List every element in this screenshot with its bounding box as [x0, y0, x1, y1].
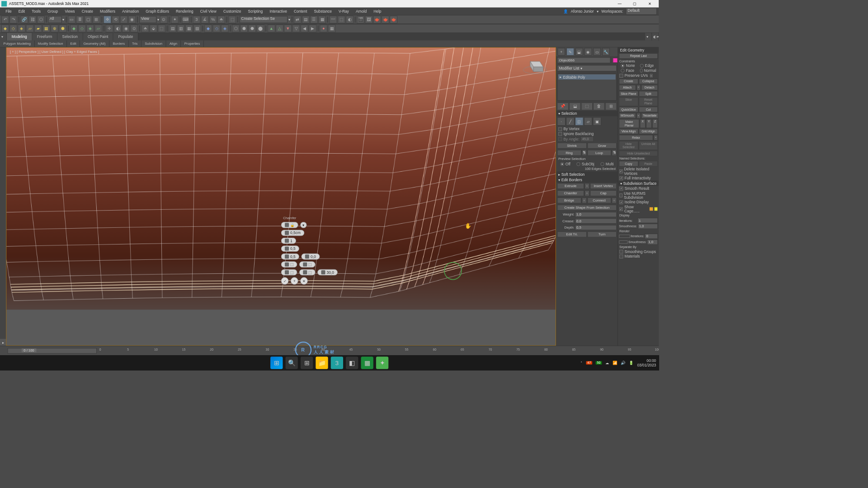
view-align-button[interactable]: View Align	[619, 129, 638, 134]
select-move-button[interactable]: ✥	[104, 16, 111, 23]
tool-32-icon[interactable]: △	[276, 25, 283, 33]
link-button[interactable]: 🔗	[21, 16, 28, 23]
tool-14-icon[interactable]: ◐	[114, 25, 122, 33]
menu-content[interactable]: Content	[290, 8, 310, 15]
select-by-name-button[interactable]: ≣	[76, 16, 84, 23]
create-tab-icon[interactable]: +	[557, 48, 565, 56]
snap-vertex-icon[interactable]: ◆	[1, 25, 9, 33]
modify-tab-icon[interactable]: ✎	[566, 48, 574, 56]
chamfer-settings-button[interactable]: ▫	[585, 190, 590, 196]
preserve-uvs-checkbox[interactable]: Preserve UVs ▫	[618, 73, 659, 78]
toggle-ribbon-button[interactable]: ▦	[318, 16, 326, 23]
ribbon-chevron-icon[interactable]: ▾	[645, 33, 652, 41]
viewport-canvas[interactable]	[6, 48, 555, 346]
maximize-button[interactable]: ▢	[627, 0, 642, 8]
caddy-depth-field[interactable]: 0,5	[281, 253, 299, 260]
menu-graph-editors[interactable]: Graph Editors	[142, 8, 173, 15]
separate-smoothing-checkbox[interactable]: Smoothing Groups	[618, 249, 659, 254]
weight-spinner[interactable]: 1,0	[575, 212, 617, 217]
caddy-ok-button[interactable]: ✓	[281, 277, 289, 285]
hierarchy-tab-icon[interactable]: ⬓	[576, 48, 583, 56]
keyboard-shortcut-button[interactable]: ⌨	[182, 16, 189, 23]
tray-volume-icon[interactable]: 🔊	[621, 361, 626, 365]
constraint-face-radio[interactable]: Face	[619, 68, 638, 73]
by-vertex-checkbox[interactable]: By Vertex	[556, 127, 618, 131]
render-iterative-button[interactable]: 🫖	[382, 16, 389, 23]
preview-off-radio[interactable]: Off	[558, 161, 572, 166]
ribbon-tab-selection[interactable]: Selection	[57, 33, 83, 41]
mirror-button[interactable]: ⇄	[294, 16, 302, 23]
ribbon-sub-tris[interactable]: Tris	[128, 41, 141, 47]
unlink-button[interactable]: ⛓	[29, 16, 37, 23]
tool-27-icon[interactable]: ⬡	[232, 25, 240, 33]
constraint-edge-radio[interactable]: Edge	[638, 63, 657, 68]
tool-33-icon[interactable]: ▼	[284, 25, 292, 33]
menu-interactive[interactable]: Interactive	[266, 8, 291, 15]
separate-materials-checkbox[interactable]: Materials	[618, 254, 659, 259]
rendered-frame-button[interactable]: 🖼	[365, 16, 373, 23]
snap-edge-icon[interactable]: ▱	[26, 25, 34, 33]
tessellate-button[interactable]: Tessellate	[641, 113, 658, 118]
vertex-subobj-button[interactable]: ·	[557, 117, 566, 126]
menu-civil-view[interactable]: Civil View	[197, 8, 220, 15]
shrink-button[interactable]: Shrink	[557, 143, 587, 149]
menu-arnold[interactable]: Arnold	[352, 8, 370, 15]
attach-button[interactable]: Attach	[619, 84, 636, 90]
preview-multi-radio[interactable]: Multi	[599, 161, 616, 166]
timeline-ruler[interactable]: 0510152025303540455055606570758085909510…	[100, 347, 658, 354]
quickslice-button[interactable]: QuickSlice	[619, 107, 638, 112]
caddy-angle-field[interactable]: 30,0	[317, 269, 338, 276]
taskbar-3dsmax-icon[interactable]: 3	[331, 357, 343, 369]
slice-plane-button[interactable]: Slice Plane	[619, 91, 638, 96]
loop-button[interactable]: Loop	[587, 150, 611, 156]
align-button[interactable]: ▤	[302, 16, 310, 23]
caddy-type-dropdown[interactable]: ▾	[300, 222, 307, 228]
layer-explorer-button[interactable]: ☰	[310, 16, 318, 23]
smooth-result-checkbox[interactable]: Smooth Result	[618, 186, 659, 191]
snap-10-icon[interactable]: ◇	[78, 25, 86, 33]
bind-button[interactable]: ⬡	[37, 16, 45, 23]
tool-34-icon[interactable]: ▽	[292, 25, 300, 33]
snap-endpoint-icon[interactable]: ◇	[9, 25, 17, 33]
menu-scripting[interactable]: Scripting	[245, 8, 266, 15]
menu-group[interactable]: Group	[44, 8, 61, 15]
display-smoothness-spinner[interactable]: 1,0	[638, 224, 658, 229]
record-icon[interactable]: ●	[320, 25, 327, 33]
snap-9-icon[interactable]: ◆	[70, 25, 78, 33]
render-setup-button[interactable]: 🎬	[357, 16, 364, 23]
material-editor-button[interactable]: ◐	[346, 16, 354, 23]
tray-battery-icon[interactable]: 🔋	[629, 361, 634, 365]
use-nurms-checkbox[interactable]: Use NURMS Subdivision	[618, 191, 659, 200]
tool-29-icon[interactable]: ⬣	[249, 25, 256, 33]
make-planar-button[interactable]: Make Planar	[619, 119, 639, 128]
system-clock[interactable]: 00:00 03/01/2023	[637, 358, 656, 367]
grow-button[interactable]: Grow	[587, 143, 617, 149]
select-object-button[interactable]: ▭	[68, 16, 75, 23]
ignore-backfacing-checkbox[interactable]: Ignore Backfacing	[556, 131, 618, 136]
ring-spinner[interactable]: ⇅	[582, 150, 587, 156]
taskbar-explorer-icon[interactable]: 📁	[316, 357, 328, 369]
tool-28-icon[interactable]: ⬢	[240, 25, 248, 33]
turn-button[interactable]: Turn	[587, 231, 617, 237]
ribbon-sub-properties[interactable]: Properties	[181, 41, 204, 47]
render-production-button[interactable]: 🫖	[373, 16, 381, 23]
caddy-tension-field[interactable]: 0,5	[281, 245, 299, 252]
viewport-perspective[interactable]: [ + ] [ Perspective ] [ User Defined ] […	[6, 47, 556, 346]
time-slider[interactable]: 0 / 100	[8, 348, 97, 353]
selection-rollout-header[interactable]: ▾ Selection	[556, 111, 618, 116]
system-tray[interactable]: ˄ 47 50 ☁ 📶 🔊 🔋 00:00 03/01/2023	[580, 358, 656, 367]
minimize-button[interactable]: —	[612, 0, 627, 8]
snap-toggle-button[interactable]: 3	[193, 16, 201, 23]
grid-align-button[interactable]: Grid Align	[639, 129, 658, 134]
tray-wifi-icon[interactable]: 📶	[613, 361, 618, 365]
snap-face-icon[interactable]: ▰	[34, 25, 42, 33]
planar-z-button[interactable]: Z	[652, 119, 658, 128]
angle-snap-button[interactable]: ∡	[201, 16, 209, 23]
loop-spinner[interactable]: ⇅	[612, 150, 617, 156]
snap-pivot-icon[interactable]: ⊕	[51, 25, 58, 33]
tool-17-icon[interactable]: ⬘	[142, 25, 149, 33]
soft-selection-rollout-header[interactable]: ▸ Soft Selection	[556, 172, 618, 177]
schematic-view-button[interactable]: ⬚	[338, 16, 345, 23]
close-button[interactable]: ✕	[642, 0, 657, 8]
split-button[interactable]: Split	[639, 91, 658, 96]
